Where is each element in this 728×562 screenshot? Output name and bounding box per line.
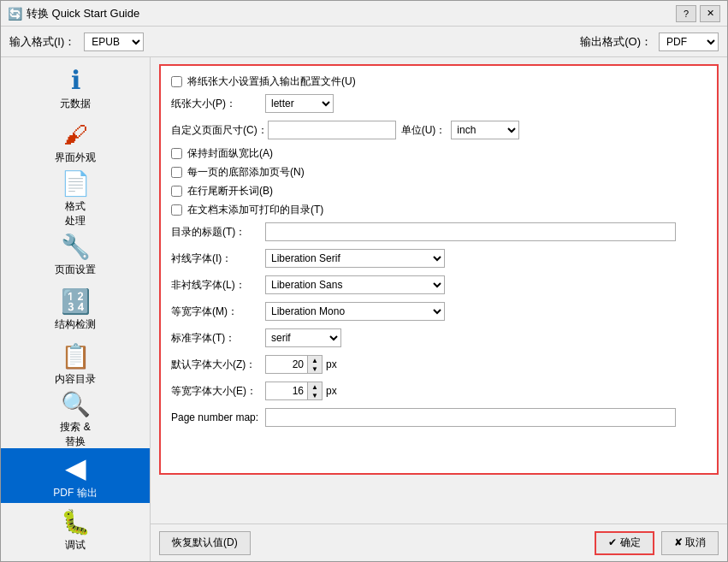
window-controls: ? ✕ bbox=[676, 5, 720, 22]
serif-font-label: 衬线字体(I)： bbox=[171, 251, 265, 266]
sidebar: ℹ 元数据 🖌 界面外观 📄 格式处理 🔧 页面设置 🔢 结构检测 📋 bbox=[1, 57, 151, 561]
mono-font-size-btns: ▲ ▼ bbox=[308, 382, 323, 400]
sidebar-item-metadata[interactable]: ℹ 元数据 bbox=[1, 61, 150, 115]
default-font-size-label: 默认字体大小(Z)： bbox=[171, 358, 265, 372]
footer-right: ✔ 确定 ✘ 取消 bbox=[595, 531, 719, 555]
ok-button[interactable]: ✔ 确定 bbox=[595, 531, 654, 555]
checkbox-break-row: 在行尾断开长词(B) bbox=[171, 184, 707, 198]
format-icon: 📄 bbox=[58, 169, 92, 198]
sans-font-label: 非衬线字体(L)： bbox=[171, 278, 265, 293]
sidebar-item-toc[interactable]: 📋 内容目录 bbox=[1, 337, 150, 392]
content-panel: 将纸张大小设置插入输出配置文件(U) 纸张大小(P)： letter A4 A5… bbox=[151, 57, 727, 561]
paper-size-label: 纸张大小(P)： bbox=[171, 97, 265, 111]
checkbox-cover-ratio[interactable] bbox=[171, 148, 182, 159]
default-font-size-btns: ▲ ▼ bbox=[308, 355, 323, 374]
sans-font-select[interactable]: Liberation Sans Arial Helvetica bbox=[265, 275, 445, 294]
toc-title-row: 目录的标题(T)： bbox=[171, 222, 707, 242]
custom-page-row: 自定义页面尺寸(C)： 单位(U)： inch mm cm pt bbox=[171, 120, 707, 140]
default-font-size-unit: px bbox=[326, 358, 337, 370]
sidebar-item-format[interactable]: 📄 格式处理 bbox=[1, 170, 150, 228]
checkbox-cover-ratio-label: 保持封面纵宽比(A) bbox=[187, 146, 273, 161]
sidebar-structure-label: 结构检测 bbox=[55, 317, 96, 332]
custom-page-label: 自定义页面尺寸(C)： bbox=[171, 123, 268, 138]
base-font-label: 标准字体(T)： bbox=[171, 331, 265, 346]
main-content: ℹ 元数据 🖌 界面外观 📄 格式处理 🔧 页面设置 🔢 结构检测 📋 bbox=[1, 57, 727, 561]
sidebar-item-page[interactable]: 🔧 页面设置 bbox=[1, 228, 150, 282]
checkbox-print-toc-label: 在文档末添加可打印的目录(T) bbox=[187, 203, 323, 217]
toc-icon: 📋 bbox=[58, 342, 92, 370]
title-bar: 🔄 转换 Quick Start Guide ? ✕ bbox=[1, 1, 727, 27]
metadata-icon: ℹ bbox=[58, 65, 92, 95]
mono-font-select[interactable]: Liberation Mono Courier New Courier bbox=[265, 302, 445, 321]
mono-font-size-spinner: ▲ ▼ px bbox=[265, 382, 337, 400]
checkbox-cover-ratio-row: 保持封面纵宽比(A) bbox=[171, 146, 707, 161]
output-format-select[interactable]: PDF EPUB MOBI AZW3 DOCX HTML TXT bbox=[659, 33, 719, 51]
checkbox-print-toc[interactable] bbox=[171, 204, 182, 216]
sidebar-toc-label: 内容目录 bbox=[55, 372, 96, 387]
serif-font-select[interactable]: Liberation Serif Times New Roman Georgia bbox=[265, 249, 445, 268]
sidebar-page-label: 页面设置 bbox=[55, 263, 96, 277]
sidebar-search-label: 搜索 &替换 bbox=[60, 420, 90, 449]
sidebar-item-debug[interactable]: 🐛 调试 bbox=[1, 503, 150, 558]
sidebar-item-structure[interactable]: 🔢 结构检测 bbox=[1, 282, 150, 337]
mono-font-size-down[interactable]: ▼ bbox=[308, 391, 322, 399]
main-window: 🔄 转换 Quick Start Guide ? ✕ 输入格式(I)： EPUB… bbox=[0, 0, 728, 562]
sidebar-item-pdf-output[interactable]: ◀ PDF 输出 bbox=[1, 448, 150, 503]
mono-font-size-input[interactable] bbox=[265, 382, 308, 400]
sidebar-item-search[interactable]: 🔍 搜索 &替换 bbox=[1, 392, 150, 449]
app-icon: 🔄 bbox=[8, 7, 21, 21]
sidebar-debug-label: 调试 bbox=[65, 538, 86, 553]
default-font-size-row: 默认字体大小(Z)： ▲ ▼ px bbox=[171, 354, 707, 375]
page-number-map-label: Page number map: bbox=[171, 411, 265, 423]
base-font-row: 标准字体(T)： serif sans-serif monospace bbox=[171, 328, 707, 348]
base-font-select[interactable]: serif sans-serif monospace bbox=[265, 328, 341, 347]
mono-font-size-unit: px bbox=[326, 385, 337, 397]
checkbox-page-num-label: 每一页的底部添加页号(N) bbox=[187, 165, 305, 180]
toolbar-right: 输出格式(O)： PDF EPUB MOBI AZW3 DOCX HTML TX… bbox=[580, 33, 719, 51]
restore-defaults-button[interactable]: 恢复默认值(D) bbox=[159, 531, 251, 555]
paper-size-select[interactable]: letter A4 A5 A3 B5 legal bbox=[265, 94, 334, 113]
structure-icon: 🔢 bbox=[58, 287, 92, 316]
content-scroll[interactable]: 将纸张大小设置插入输出配置文件(U) 纸张大小(P)： letter A4 A5… bbox=[151, 57, 727, 524]
mono-font-size-row: 等宽字体大小(E)： ▲ ▼ px bbox=[171, 381, 707, 401]
paper-size-row: 纸张大小(P)： letter A4 A5 A3 B5 legal bbox=[171, 93, 707, 114]
default-font-size-down[interactable]: ▼ bbox=[308, 364, 322, 373]
look-feel-icon: 🖌 bbox=[58, 121, 92, 149]
input-format-select[interactable]: EPUB MOBI AZW3 DOCX HTML PDF TXT bbox=[84, 33, 144, 51]
search-icon: 🔍 bbox=[58, 390, 92, 418]
footer: 恢复默认值(D) ✔ 确定 ✘ 取消 bbox=[151, 524, 727, 561]
pdf-output-icon: ◀ bbox=[58, 452, 92, 484]
input-format-label: 输入格式(I)： bbox=[9, 34, 75, 50]
unit-select[interactable]: inch mm cm pt bbox=[451, 121, 519, 139]
checkbox-paper-size[interactable] bbox=[171, 76, 182, 87]
sidebar-metadata-label: 元数据 bbox=[60, 97, 91, 111]
sidebar-pdf-label: PDF 输出 bbox=[53, 486, 97, 500]
toolbar: 输入格式(I)： EPUB MOBI AZW3 DOCX HTML PDF TX… bbox=[1, 27, 727, 57]
custom-page-input[interactable] bbox=[268, 121, 396, 139]
serif-font-row: 衬线字体(I)： Liberation Serif Times New Roma… bbox=[171, 248, 707, 269]
mono-font-label: 等宽字体(M)： bbox=[171, 305, 265, 319]
page-number-map-row: Page number map: bbox=[171, 407, 707, 428]
default-font-size-spinner: ▲ ▼ px bbox=[265, 355, 337, 374]
page-number-map-input[interactable] bbox=[265, 408, 676, 427]
checkbox-paper-size-row: 将纸张大小设置插入输出配置文件(U) bbox=[171, 74, 707, 89]
default-font-size-input[interactable] bbox=[265, 355, 308, 374]
sidebar-item-look-feel[interactable]: 🖌 界面外观 bbox=[1, 115, 150, 170]
checkbox-paper-size-label: 将纸张大小设置插入输出配置文件(U) bbox=[187, 74, 356, 89]
checkbox-break[interactable] bbox=[171, 186, 182, 197]
output-format-label: 输出格式(O)： bbox=[580, 34, 652, 50]
unit-label-text: 单位(U)： bbox=[401, 123, 447, 138]
close-button[interactable]: ✕ bbox=[700, 5, 720, 22]
checkbox-page-num[interactable] bbox=[171, 167, 182, 178]
page-icon: 🔧 bbox=[58, 233, 92, 261]
toc-title-input[interactable] bbox=[265, 222, 676, 241]
debug-icon: 🐛 bbox=[58, 508, 92, 536]
help-button[interactable]: ? bbox=[676, 5, 696, 22]
default-font-size-up[interactable]: ▲ bbox=[308, 356, 322, 364]
mono-font-row: 等宽字体(M)： Liberation Mono Courier New Cou… bbox=[171, 301, 707, 322]
cancel-button[interactable]: ✘ 取消 bbox=[661, 531, 719, 555]
checkbox-break-label: 在行尾断开长词(B) bbox=[187, 184, 273, 198]
mono-font-size-up[interactable]: ▲ bbox=[308, 382, 322, 391]
window-title: 转换 Quick Start Guide bbox=[27, 6, 676, 21]
checkbox-print-toc-row: 在文档末添加可打印的目录(T) bbox=[171, 203, 707, 217]
